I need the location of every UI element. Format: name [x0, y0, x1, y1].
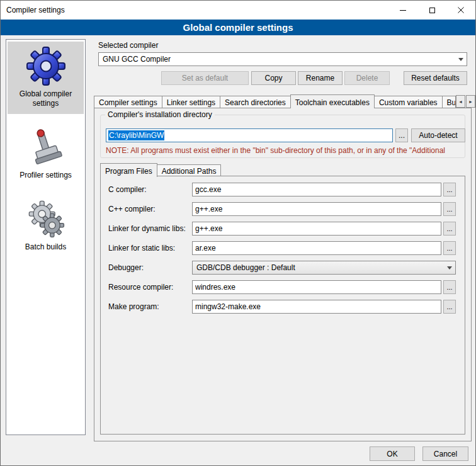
- settings-tab-strip: Compiler settings Linker settings Search…: [94, 94, 455, 108]
- field-row-cpp-compiler: C++ compiler: ...: [108, 202, 456, 216]
- compiler-settings-dialog: Compiler settings Global compiler settin…: [0, 0, 476, 466]
- install-dir-browse-button[interactable]: ...: [395, 128, 408, 142]
- dynamic-linker-input[interactable]: [192, 222, 441, 236]
- blue-gear-icon: [26, 46, 66, 86]
- field-label: Resource compiler:: [108, 283, 192, 292]
- copy-button[interactable]: Copy: [251, 71, 296, 85]
- chevron-down-icon: [455, 54, 466, 65]
- tab-scroll-buttons: ◄ ►: [455, 95, 475, 108]
- field-label: C++ compiler:: [108, 205, 192, 213]
- minimize-button[interactable]: [388, 1, 417, 20]
- resource-compiler-input[interactable]: [192, 280, 441, 294]
- sidebar-item-batch-builds[interactable]: Batch builds: [8, 195, 84, 258]
- tab-program-files[interactable]: Program Files: [100, 163, 157, 177]
- field-label: C compiler:: [108, 185, 192, 194]
- field-row-debugger: Debugger: GDB/CDB debugger : Default: [108, 261, 456, 275]
- settings-category-list: Global compiler settings Profiler settin…: [6, 39, 86, 435]
- make-program-input[interactable]: [192, 300, 441, 314]
- delete-button[interactable]: Delete: [344, 71, 390, 85]
- sidebar-item-label: Global compiler settings: [9, 89, 82, 108]
- cancel-button[interactable]: Cancel: [422, 446, 468, 461]
- auto-detect-button[interactable]: Auto-detect: [411, 128, 465, 142]
- gray-gears-icon: [26, 199, 66, 239]
- profiler-tool-icon: [26, 127, 66, 168]
- debugger-select[interactable]: GDB/CDB debugger : Default: [192, 261, 456, 275]
- ok-button[interactable]: OK: [370, 446, 415, 461]
- c-compiler-input[interactable]: [192, 183, 441, 196]
- compiler-select-value: GNU GCC Compiler: [103, 55, 171, 64]
- cpp-compiler-input[interactable]: [192, 202, 441, 216]
- maximize-icon: [429, 8, 435, 13]
- window-controls: [388, 1, 475, 20]
- browse-button[interactable]: ...: [443, 183, 456, 196]
- window-title: Compiler settings: [1, 6, 65, 14]
- field-label: Make program:: [108, 302, 192, 311]
- field-row-resource-compiler: Resource compiler: ...: [108, 280, 456, 294]
- rename-button[interactable]: Rename: [298, 71, 343, 85]
- field-row-dynamic-linker: Linker for dynamic libs: ...: [108, 222, 456, 236]
- tab-toolchain-executables[interactable]: Toolchain executables: [290, 94, 375, 108]
- browse-button[interactable]: ...: [443, 280, 456, 294]
- minimize-icon: [400, 10, 406, 11]
- sidebar-item-label: Profiler settings: [9, 171, 82, 180]
- tab-compiler-settings[interactable]: Compiler settings: [94, 96, 162, 108]
- close-button[interactable]: [446, 1, 475, 20]
- tab-additional-paths[interactable]: Additional Paths: [157, 164, 222, 176]
- sidebar-item-global-compiler-settings[interactable]: Global compiler settings: [8, 42, 84, 114]
- browse-button[interactable]: ...: [443, 300, 456, 314]
- browse-button[interactable]: ...: [443, 202, 456, 216]
- title-bar: Compiler settings: [1, 1, 475, 20]
- field-row-static-linker: Linker for static libs: ...: [108, 241, 456, 255]
- field-row-make-program: Make program: ...: [108, 300, 456, 314]
- tab-linker-settings[interactable]: Linker settings: [162, 96, 220, 108]
- install-dir-group-title: Compiler's installation directory: [105, 110, 215, 119]
- field-label: Linker for static libs:: [108, 244, 192, 253]
- debugger-select-value: GDB/CDB debugger : Default: [196, 263, 295, 272]
- selected-compiler-label: Selected compiler: [98, 41, 158, 50]
- tab-build-options[interactable]: Buil: [442, 96, 456, 108]
- tab-custom-variables[interactable]: Custom variables: [374, 96, 443, 108]
- browse-button[interactable]: ...: [443, 222, 456, 236]
- field-row-c-compiler: C compiler: ...: [108, 183, 456, 196]
- install-dir-input[interactable]: C:\raylib\MinGW: [106, 128, 393, 142]
- tab-scroll-right-button[interactable]: ►: [466, 95, 475, 108]
- sidebar-item-profiler-settings[interactable]: Profiler settings: [8, 123, 84, 186]
- program-files-page: C compiler: ... C++ compiler: ... Linker…: [100, 176, 465, 435]
- set-as-default-button[interactable]: Set as default: [161, 71, 249, 85]
- chevron-down-icon: [444, 262, 455, 273]
- close-icon: [458, 7, 464, 13]
- programs-tab-strip: Program Files Additional Paths: [100, 163, 220, 176]
- browse-button[interactable]: ...: [443, 241, 456, 255]
- tab-scroll-left-button[interactable]: ◄: [456, 95, 465, 108]
- install-dir-note: NOTE: All programs must exist either in …: [106, 146, 465, 155]
- compiler-select[interactable]: GNU GCC Compiler: [98, 52, 467, 66]
- static-linker-input[interactable]: [192, 241, 441, 255]
- field-label: Linker for dynamic libs:: [108, 224, 192, 233]
- reset-defaults-button[interactable]: Reset defaults: [404, 71, 467, 85]
- sidebar-item-label: Batch builds: [9, 242, 82, 252]
- install-dir-selected-text: C:\raylib\MinGW: [108, 130, 164, 140]
- field-label: Debugger:: [108, 263, 192, 272]
- tab-search-directories[interactable]: Search directories: [220, 96, 291, 108]
- maximize-button[interactable]: [417, 1, 446, 20]
- dialog-header: Global compiler settings: [1, 20, 475, 35]
